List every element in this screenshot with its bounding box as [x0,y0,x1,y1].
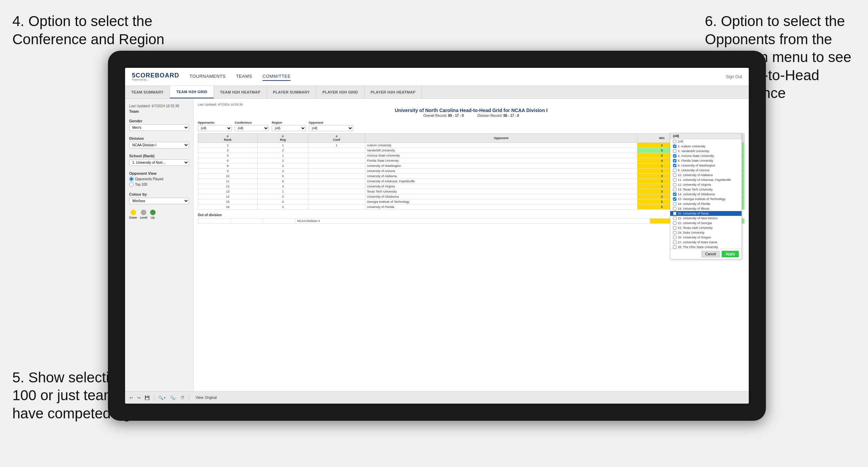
table-row: 15 4 Georgia Institute of Technology 5 1 [198,199,745,205]
dropdown-item[interactable]: 20. University of Texas [670,211,742,216]
conference-select[interactable]: (All) [235,125,269,131]
tab-team-h2h-grid[interactable]: TEAM H2H GRID [170,86,214,98]
nav-teams[interactable]: TEAMS [236,72,252,81]
tab-player-h2h-grid[interactable]: PLAYER H2H GRID [316,86,365,98]
opponents-select[interactable]: (All) [198,125,232,131]
nav-items: TOURNAMENTS TEAMS COMMITTEE [190,72,716,81]
dropdown-item[interactable]: 2. Auburn University [670,144,742,149]
logo-text: 5COREBOARD [132,72,179,78]
opponents-label: Opponents: [198,121,232,124]
dropdown-item[interactable]: 4. Arizona State University [670,153,742,158]
region-select[interactable]: (All) [272,125,306,131]
col-rank: #Rank [198,134,258,143]
colour-by-select[interactable]: Win/loss [129,198,189,204]
division-select[interactable]: NCAA Division I [129,142,189,148]
table-row: NCAA Division II 1 0 [198,219,745,224]
region-filter: Region (All) [272,121,306,131]
dropdown-item[interactable]: 24. Duke University [670,230,742,235]
radio-group: Opponents Played Top 100 [129,177,189,187]
team-section: Team [129,109,189,113]
legend: Down Level Up [129,210,189,219]
opponent-dropdown-panel[interactable]: (All) (All) 2. Auburn University 3. Vand… [670,133,742,259]
dropdown-item[interactable]: 11. University of Arkansas, Fayetteville [670,177,742,182]
toolbar-undo[interactable]: ↩ [129,395,134,400]
nav-sign-out[interactable]: Sign Out [726,74,742,79]
dropdown-item[interactable]: 27. University of Notre Dame [670,240,742,245]
school-section: School (Rank) 1. University of Nort... [129,154,189,166]
legend-up: Up [150,210,156,219]
colour-by-label: Colour by [129,192,189,196]
dropdown-item[interactable]: 9. University of Arizona [670,168,742,173]
left-panel: Last Updated: 4/7/2024 16:55:38 Team Gen… [125,99,194,391]
dropdown-item[interactable]: 21. University of New Mexico [670,216,742,221]
cancel-button[interactable]: Cancel [701,251,720,257]
main-content: Last Updated: 4/7/2024 16:55:38 Team Gen… [125,99,749,391]
table-header-info: Last Updated: 4/7/2024 16:55:38 [198,103,745,106]
sub-nav: TEAM SUMMARY TEAM H2H GRID TEAM H2H HEAT… [125,86,749,99]
dropdown-item[interactable]: 18. University of Illinois [670,206,742,211]
toolbar-redo[interactable]: ↪ [136,395,142,400]
dropdown-item[interactable]: 8. University of Washington [670,163,742,168]
opponent-filter: Opponent (All) [309,121,353,131]
toolbar-zoom-in[interactable]: 🔍+ [157,395,167,400]
table-row: 14 2 University of Oklahoma 2 2 [198,194,745,199]
dropdown-list[interactable]: (All) 2. Auburn University 3. Vanderbilt… [670,139,742,249]
table-row: 2 1 1 Auburn University 2 1 [198,143,745,148]
out-div-label: Out of division [198,213,745,217]
dropdown-item[interactable]: 10. University of Alabama [670,173,742,177]
region-label: Region [272,121,306,124]
tab-team-h2h-heatmap[interactable]: TEAM H2H HEATMAP [214,86,267,98]
dropdown-item[interactable]: 16. University of Florida [670,201,742,206]
nav-tournaments[interactable]: TOURNAMENTS [190,72,226,81]
radio-opponents-played[interactable]: Opponents Played [129,177,189,181]
colour-by-section: Colour by Win/loss [129,192,189,204]
dropdown-item[interactable]: (All) [670,139,742,144]
table-records: Overall Record: 89 - 17 - 0 Division Rec… [198,114,745,118]
school-select[interactable]: 1. University of Nort... [129,159,189,166]
table-row: 4 1 Arizona State University 5 1 [198,153,745,158]
col-conf: #Conf [308,134,365,143]
last-updated-info: Last Updated: 4/7/2024 16:55:38 [198,103,243,106]
tablet-screen: 5COREBOARD Powered by ... TOURNAMENTS TE… [125,68,749,404]
team-label: Team [129,109,189,113]
dropdown-item[interactable]: 22. University of Georgia [670,221,742,225]
dropdown-item[interactable]: 14. University of Oklahoma [670,192,742,197]
tab-player-h2h-heatmap[interactable]: PLAYER H2H HEATMAP [365,86,422,98]
opponent-select[interactable]: (All) [309,125,353,131]
apply-button[interactable]: Apply [722,251,739,257]
table-row: 6 2 Florida State University 4 2 [198,158,745,163]
gender-label: Gender [129,119,189,123]
dropdown-item[interactable]: 12. University of Virginia [670,182,742,187]
dropdown-item[interactable]: 3. Vanderbilt University [670,149,742,153]
data-table: #Rank #Reg #Conf Opponent Win Loss 2 1 1… [198,133,745,210]
dropdown-item[interactable]: 13. Texas Tech University [670,187,742,192]
division-section: Division NCAA Division I [129,136,189,148]
bottom-toolbar: ↩ ↪ 💾 🔍+ 🔍- ⏱ View: Original [125,391,749,404]
dropdown-item[interactable]: 6. Florida State University [670,158,742,163]
nav-committee[interactable]: COMMITTEE [262,72,291,81]
toolbar-save[interactable]: 💾 [144,395,151,400]
opponent-view-label: Opponent View [129,171,189,175]
opponent-label: Opponent [309,121,353,124]
dropdown-item[interactable]: 25. University of Oregon [670,235,742,240]
col-opponent: Opponent [365,134,637,143]
opponent-view-section: Opponent View Opponents Played Top 100 [129,171,189,187]
division-record: Division Record: 88 - 17 - 0 [477,114,519,118]
table-row: 13 1 Texas Tech University 3 0 [198,189,745,194]
gender-select[interactable]: Men's [129,124,189,131]
dropdown-buttons: Cancel Apply [670,249,742,259]
last-updated: Last Updated: 4/7/2024 16:55:38 [129,104,189,108]
tablet-device: 5COREBOARD Powered by ... TOURNAMENTS TE… [108,51,766,421]
overall-record: Overall Record: 89 - 17 - 0 [423,114,464,118]
toolbar-timer[interactable]: ⏱ [180,395,186,400]
dropdown-item[interactable]: 28. The Ohio State University [670,245,742,249]
school-label: School (Rank) [129,154,189,158]
toolbar-divider-2 [189,395,189,401]
toolbar-zoom-out[interactable]: 🔍- [169,395,178,400]
tab-player-summary[interactable]: PLAYER SUMMARY [267,86,316,98]
radio-top-100[interactable]: Top 100 [129,182,189,187]
tab-team-summary[interactable]: TEAM SUMMARY [125,86,170,98]
dropdown-item[interactable]: 15. Georgia Institute of Technology [670,197,742,201]
col-reg: #Reg [258,134,308,143]
dropdown-item[interactable]: 23. Texas A&M University [670,225,742,230]
